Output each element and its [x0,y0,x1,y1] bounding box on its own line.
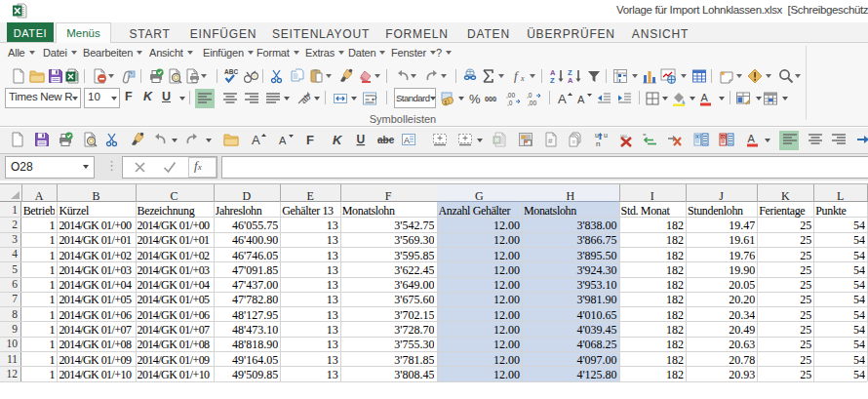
svg-text:A: A [701,92,709,103]
svg-text:≡: ≡ [572,139,575,145]
svg-text:ABC: ABC [224,68,238,75]
svg-text:x: x [520,74,525,83]
svg-text:u: u [604,132,608,139]
svg-text:000: 000 [485,95,496,103]
svg-text:A: A [252,133,260,147]
svg-text:A: A [577,94,585,105]
svg-text:,0: ,0 [527,92,533,99]
svg-text:F: F [306,133,314,147]
svg-text:u̶u̶: u̶u̶ [620,133,629,139]
svg-text:ab: ab [298,92,312,105]
svg-text:n: n [596,140,600,148]
svg-text:A: A [404,136,410,145]
svg-text:A: A [558,92,567,106]
svg-text:%: % [469,92,481,106]
svg-text:u: u [595,132,599,139]
svg-text:,0: ,0 [507,100,513,106]
svg-text:U: U [357,133,366,146]
svg-text:Z: Z [550,76,555,85]
svg-text:$: $ [445,100,448,105]
svg-text:#: # [548,137,553,145]
svg-text:,00: ,00 [528,100,536,106]
svg-text:K: K [333,133,343,147]
svg-text:A: A [279,135,287,146]
svg-text:,00: ,00 [506,92,515,99]
svg-text:f: f [514,68,520,83]
svg-text:A: A [568,76,573,85]
svg-text:=: = [643,132,647,138]
svg-text:A: A [748,133,756,144]
